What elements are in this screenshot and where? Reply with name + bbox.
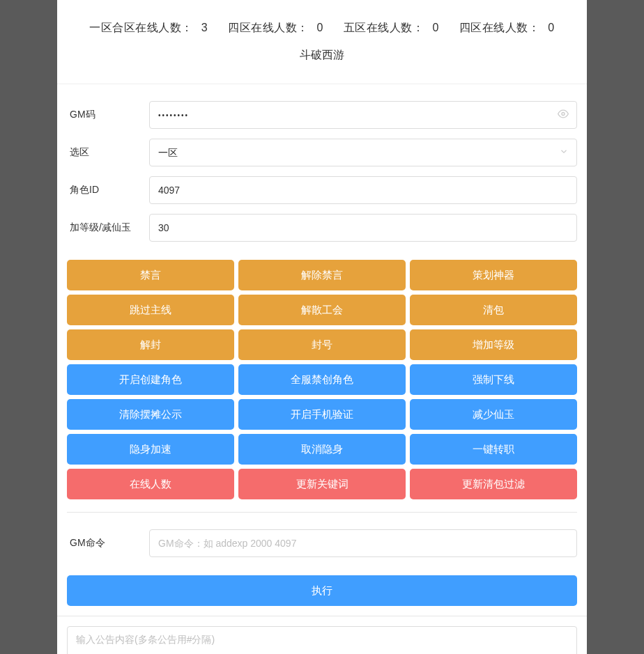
- unmute-button[interactable]: 解除禁言: [238, 260, 406, 290]
- game-title: 斗破西游: [71, 48, 573, 63]
- label-role-id: 角色ID: [67, 184, 149, 196]
- disband-guild-button[interactable]: 解散工会: [238, 295, 406, 325]
- reduce-jade-button[interactable]: 减少仙玉: [410, 399, 577, 430]
- row-gm-code: GM码: [67, 101, 577, 129]
- add-level-button[interactable]: 增加等级: [410, 329, 577, 360]
- level-jade-input[interactable]: [149, 214, 577, 242]
- online-count-button[interactable]: 在线人数: [67, 469, 234, 499]
- execute-button[interactable]: 执行: [67, 575, 577, 606]
- row-gm-cmd: GM命令: [67, 529, 577, 557]
- unban-button[interactable]: 解封: [67, 329, 234, 360]
- label-level-jade: 加等级/减仙玉: [67, 221, 149, 234]
- row-zone: 选区 一区: [67, 139, 577, 166]
- stat-zone4a: 四区在线人数：0: [224, 22, 328, 33]
- button-grid: 禁言 解除禁言 策划神器 跳过主线 解散工会 清包 解封 封号 增加等级 开启创…: [57, 260, 587, 499]
- change-job-button[interactable]: 一键转职: [410, 434, 577, 465]
- row-level-jade: 加等级/减仙玉: [67, 214, 577, 242]
- enable-phone-verify-button[interactable]: 开启手机验证: [238, 399, 406, 430]
- clear-bag-button[interactable]: 清包: [410, 295, 577, 325]
- skip-main-button[interactable]: 跳过主线: [67, 295, 234, 325]
- stat-zone4b: 四区在线人数：0: [455, 22, 559, 33]
- ban-button[interactable]: 封号: [238, 329, 406, 360]
- label-zone: 选区: [67, 146, 149, 159]
- role-id-input[interactable]: [149, 176, 577, 204]
- zone-select[interactable]: 一区: [149, 139, 577, 166]
- header: 一区合区在线人数：3 四区在线人数：0 五区在线人数：0 四区在线人数：0 斗破…: [57, 0, 587, 84]
- enable-create-role-button[interactable]: 开启创建角色: [67, 364, 234, 395]
- clear-stall-button[interactable]: 清除摆摊公示: [67, 399, 234, 430]
- stat-zone1: 一区合区在线人数：3: [85, 22, 212, 33]
- online-stats: 一区合区在线人数：3 四区在线人数：0 五区在线人数：0 四区在线人数：0: [71, 21, 573, 36]
- announce-textarea[interactable]: [67, 626, 577, 654]
- label-gm-cmd: GM命令: [67, 537, 149, 550]
- gm-code-input[interactable]: [149, 101, 577, 129]
- gm-cmd-input[interactable]: [149, 529, 577, 557]
- force-offline-button[interactable]: 强制下线: [410, 364, 577, 395]
- form-section: GM码 选区 一区 角色ID 加等级/减仙玉: [57, 84, 587, 260]
- update-clearbag-filter-button[interactable]: 更新清包过滤: [410, 469, 577, 499]
- update-keywords-button[interactable]: 更新关键词: [238, 469, 406, 499]
- stat-zone5: 五区在线人数：0: [339, 22, 443, 33]
- svg-point-0: [562, 113, 565, 116]
- planner-item-button[interactable]: 策划神器: [410, 260, 577, 290]
- mute-button[interactable]: 禁言: [67, 260, 234, 290]
- cmd-section: GM命令: [57, 513, 587, 575]
- eye-icon[interactable]: [558, 109, 569, 122]
- stealth-speed-button[interactable]: 隐身加速: [67, 434, 234, 465]
- disable-create-role-button[interactable]: 全服禁创角色: [238, 364, 406, 395]
- label-gm-code: GM码: [67, 109, 149, 121]
- announce-section: [57, 616, 587, 654]
- main-panel: 一区合区在线人数：3 四区在线人数：0 五区在线人数：0 四区在线人数：0 斗破…: [57, 0, 587, 654]
- row-role-id: 角色ID: [67, 176, 577, 204]
- cancel-stealth-button[interactable]: 取消隐身: [238, 434, 406, 465]
